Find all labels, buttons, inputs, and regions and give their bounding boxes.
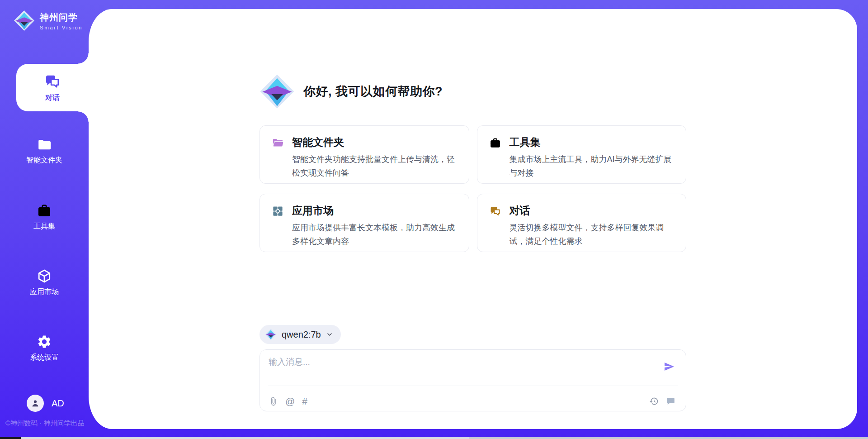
card-smart-folder[interactable]: 智能文件夹 智能文件夹功能支持批量文件上传与清洗，轻松实现文件问答: [259, 125, 469, 184]
composer-divider: [268, 386, 678, 386]
card-description: 应用市场提供丰富长文本模板，助力高效生成多样化文章内容: [292, 221, 459, 248]
card-title: 应用市场: [292, 204, 459, 218]
sidebar-item-label: 工具集: [33, 222, 55, 231]
sidebar-item-toolset[interactable]: 工具集: [0, 201, 89, 233]
chat-icon: [44, 73, 61, 90]
tab-fillet-top: [78, 53, 89, 64]
window-bottom-edge: [0, 437, 868, 439]
brand-logo: 神州问学 Smart Vision: [14, 10, 83, 31]
sidebar-item-smart-folder[interactable]: 智能文件夹: [0, 135, 89, 167]
tab-fillet-bottom: [78, 111, 89, 122]
brand-name: 神州问学: [40, 11, 83, 24]
cube-icon: [37, 268, 52, 284]
sidebar-item-label: 系统设置: [30, 353, 59, 363]
model-gem-icon: [265, 329, 277, 340]
card-description: 灵活切换多模型文件，支持多样回复效果调试，满足个性化需求: [509, 221, 676, 248]
model-name: qwen2:7b: [282, 329, 321, 340]
folder-icon: [37, 137, 52, 152]
message-composer: 输入消息... @ #: [259, 349, 686, 411]
brand-gem-icon: [259, 74, 295, 109]
card-title: 工具集: [509, 135, 676, 149]
card-app-market[interactable]: 应用市场 应用市场提供丰富长文本模板，助力高效生成多样化文章内容: [259, 194, 469, 252]
sidebar-item-chat[interactable]: 对话: [16, 64, 89, 111]
hash-icon[interactable]: #: [302, 396, 307, 406]
model-selector[interactable]: qwen2:7b: [259, 325, 341, 344]
card-chat[interactable]: 对话 灵活切换多模型文件，支持多样回复效果调试，满足个性化需求: [477, 194, 687, 252]
chat-bubble-icon[interactable]: [666, 396, 675, 406]
sidebar: 神州问学 Smart Vision 对话 智能文件夹 工具集 应用市场 系统设置…: [0, 0, 89, 439]
feature-cards: 智能文件夹 智能文件夹功能支持批量文件上传与清洗，轻松实现文件问答 工具集 集成…: [259, 125, 686, 252]
card-description: 智能文件夹功能支持批量文件上传与清洗，轻松实现文件问答: [292, 153, 459, 180]
toolbox-icon: [489, 137, 501, 149]
send-icon: [664, 361, 675, 372]
user-initials: AD: [52, 398, 64, 409]
user-account[interactable]: AD: [27, 395, 64, 412]
mention-icon[interactable]: @: [285, 396, 295, 406]
copyright-text: ©神州数码 · 神州问学出品: [5, 419, 84, 428]
card-title: 智能文件夹: [292, 135, 459, 149]
card-title: 对话: [509, 204, 676, 218]
sidebar-item-label: 应用市场: [30, 287, 59, 297]
sidebar-item-app-market[interactable]: 应用市场: [0, 267, 89, 298]
send-button[interactable]: [664, 361, 675, 372]
card-description: 集成市场上主流工具，助力AI与外界无缝扩展与对接: [509, 153, 676, 180]
person-icon: [30, 398, 40, 408]
main-panel: 你好, 我可以如何帮助你? 智能文件夹 智能文件夹功能支持批量文件上传与清洗，轻…: [89, 9, 857, 429]
attach-file-icon[interactable]: [269, 396, 278, 406]
chat-icon: [489, 205, 501, 217]
card-toolset[interactable]: 工具集 集成市场上主流工具，助力AI与外界无缝扩展与对接: [477, 125, 687, 184]
gear-icon: [37, 334, 52, 349]
sidebar-item-label: 对话: [45, 93, 60, 103]
toolbox-icon: [37, 203, 52, 218]
history-icon[interactable]: [649, 396, 659, 406]
message-input[interactable]: 输入消息...: [269, 356, 654, 382]
brand-tagline: Smart Vision: [40, 25, 83, 30]
brand-gem-icon: [14, 10, 35, 31]
chevron-down-icon: [326, 331, 333, 338]
sidebar-item-settings[interactable]: 系统设置: [0, 332, 89, 364]
greeting-text: 你好, 我可以如何帮助你?: [303, 83, 443, 100]
folder-open-icon: [272, 137, 284, 149]
grid-icon: [272, 205, 284, 217]
sidebar-item-label: 智能文件夹: [26, 156, 62, 165]
greeting-block: 你好, 我可以如何帮助你?: [259, 9, 686, 109]
avatar: [27, 395, 44, 412]
